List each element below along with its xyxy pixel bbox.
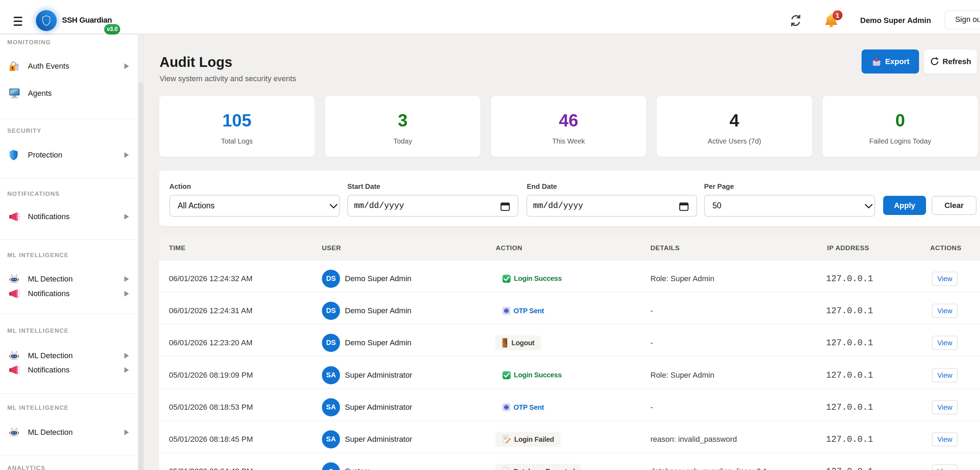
svg-text:1: 1: [836, 12, 840, 19]
